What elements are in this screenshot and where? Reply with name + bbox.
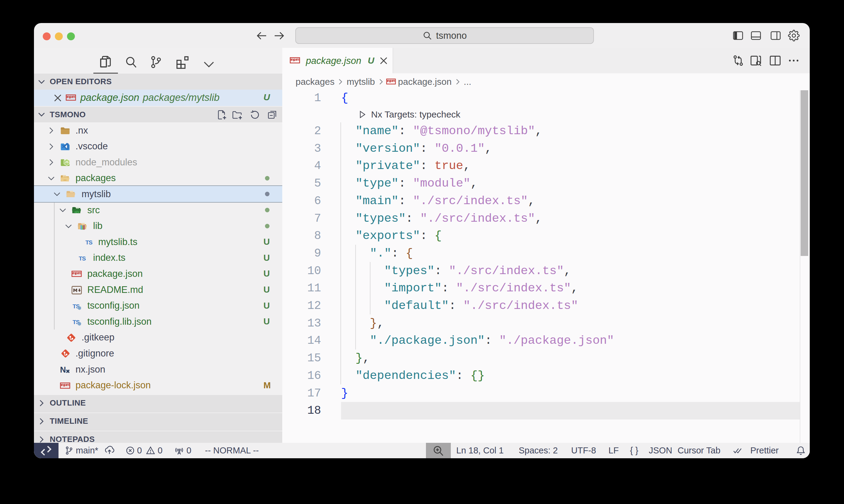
svg-text:</>: </> — [74, 210, 80, 214]
svg-text:TS: TS — [79, 255, 86, 262]
svg-text:TS: TS — [86, 239, 93, 246]
svg-text:JS: JS — [65, 161, 69, 164]
svg-text:N: N — [60, 365, 66, 374]
